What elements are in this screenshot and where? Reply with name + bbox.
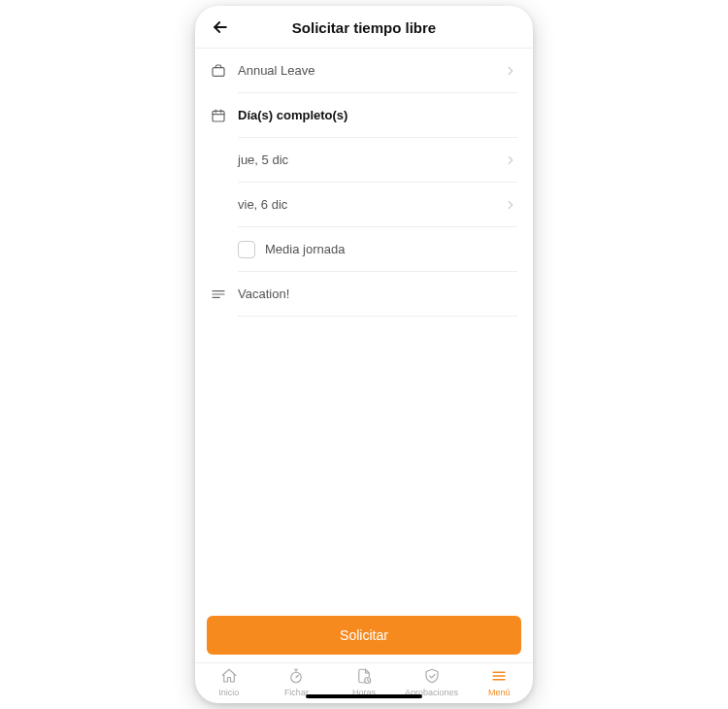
tab-home[interactable]: Inicio [195, 667, 263, 697]
arrow-left-icon [211, 17, 230, 37]
tab-label: Inicio [218, 688, 239, 697]
half-day-row[interactable]: Media jornada [195, 227, 533, 272]
note-value: Vacation! [238, 287, 289, 301]
svg-line-10 [296, 675, 298, 677]
stopwatch-icon [287, 667, 305, 685]
back-button[interactable] [209, 16, 232, 39]
page-title: Solicitar tiempo libre [292, 19, 436, 36]
tab-label: Menú [488, 688, 511, 697]
calendar-icon [211, 108, 226, 123]
shield-check-icon [423, 667, 441, 685]
end-date-value: vie, 6 dic [238, 197, 287, 212]
duration-mode-value: Día(s) completo(s) [238, 108, 347, 122]
half-day-checkbox[interactable] [238, 241, 255, 258]
file-clock-icon [355, 667, 373, 685]
leave-type-value: Annual Leave [238, 63, 315, 78]
note-row[interactable]: Vacation! [195, 272, 533, 317]
tab-clock[interactable]: Fichar [263, 667, 331, 697]
svg-rect-2 [213, 111, 224, 121]
submit-button[interactable]: Solicitar [207, 616, 521, 655]
chevron-right-icon [504, 64, 517, 78]
half-day-label: Media jornada [265, 242, 345, 256]
footer: Solicitar [195, 606, 533, 662]
header: Solicitar tiempo libre [195, 6, 533, 49]
start-date-value: jue, 5 dic [238, 152, 288, 167]
briefcase-icon [211, 63, 226, 79]
tab-menu[interactable]: Menú [465, 667, 533, 697]
menu-icon [490, 667, 508, 685]
leave-type-row[interactable]: Annual Leave [195, 49, 533, 93]
chevron-right-icon [504, 198, 517, 212]
tab-approvals[interactable]: Aprobaciones [398, 667, 466, 697]
duration-mode-row[interactable]: Día(s) completo(s) [195, 93, 533, 138]
tab-hours[interactable]: Horas [330, 667, 398, 697]
end-date-row[interactable]: vie, 6 dic [195, 183, 533, 227]
chevron-right-icon [504, 153, 517, 167]
app-window: Solicitar tiempo libre Annual Leave Día(… [195, 6, 533, 703]
home-indicator [306, 694, 422, 698]
start-date-row[interactable]: jue, 5 dic [195, 138, 533, 183]
svg-rect-1 [213, 68, 224, 77]
home-icon [220, 667, 238, 685]
form-content: Annual Leave Día(s) completo(s) jue, 5 d… [195, 49, 533, 606]
notes-icon [211, 287, 226, 302]
